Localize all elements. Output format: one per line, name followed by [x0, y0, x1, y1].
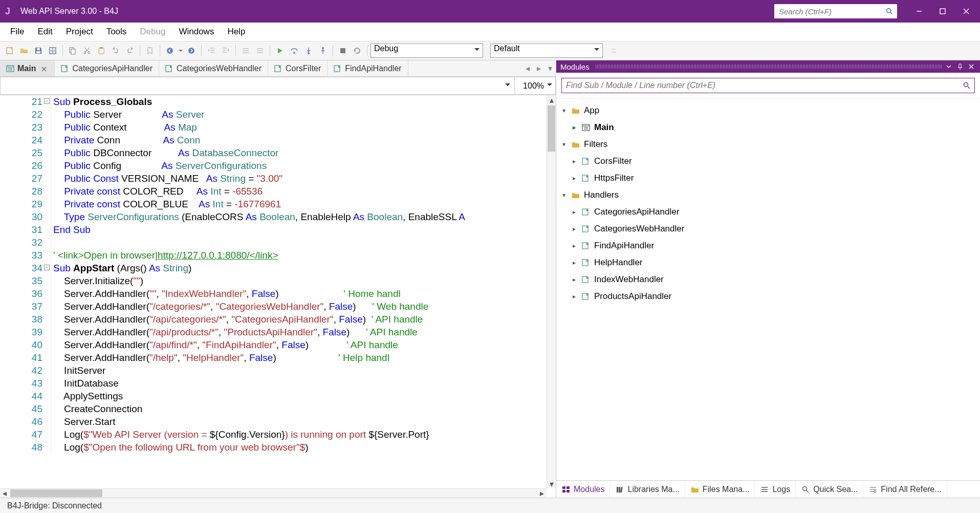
- tree-item-categorieswebhandler[interactable]: CategoriesWebHandler: [556, 220, 980, 237]
- code-line[interactable]: 48 Log($"Open the following URL from you…: [0, 441, 547, 454]
- chevron-right-icon[interactable]: [571, 225, 578, 232]
- tab-corsfilter[interactable]: CorsFilter: [268, 60, 328, 76]
- panel-close-icon[interactable]: [967, 62, 976, 71]
- nav-back-dropdown-icon[interactable]: [178, 44, 184, 57]
- nav-back-icon[interactable]: [163, 44, 177, 57]
- fold-toggle-icon[interactable]: −: [44, 98, 50, 104]
- minimize-button[interactable]: [907, 0, 931, 23]
- tab-categorieswebhandler[interactable]: CategoriesWebHandler: [159, 60, 268, 76]
- menu-tools[interactable]: Tools: [100, 25, 133, 39]
- chevron-right-icon[interactable]: [571, 175, 578, 182]
- indent-icon[interactable]: [219, 44, 232, 57]
- bookmark-icon[interactable]: [143, 44, 157, 57]
- code-line[interactable]: 26 Public Config As ServerConfigurations: [0, 159, 547, 172]
- modules-search-box[interactable]: [561, 78, 975, 93]
- chevron-right-icon[interactable]: [571, 208, 578, 216]
- step-into-icon[interactable]: [302, 44, 315, 57]
- panel-tab-findall[interactable]: Find All Refere...: [863, 481, 947, 498]
- tab-close-icon[interactable]: [41, 65, 48, 72]
- export-icon[interactable]: [46, 44, 59, 57]
- tree-item-httpsfilter[interactable]: HttpsFilter: [556, 169, 980, 186]
- code-editor[interactable]: 21−Sub Process_Globals22 Public Server A…: [0, 95, 556, 498]
- tree-item-filters[interactable]: Filters: [556, 136, 980, 153]
- code-line[interactable]: 28 Private const COLOR_RED As Int = -655…: [0, 185, 547, 198]
- code-line[interactable]: 34−Sub AppStart (Args() As String): [0, 262, 547, 274]
- nav-forward-icon[interactable]: [185, 44, 198, 57]
- code-line[interactable]: 38 Server.AddHandler("/api/categories/*"…: [0, 313, 547, 326]
- member-nav-combo[interactable]: [0, 77, 515, 95]
- tree-item-categoriesapihandler[interactable]: CategoriesApiHandler: [556, 203, 980, 220]
- code-line[interactable]: 30 Type ServerConfigurations (EnableCORS…: [0, 210, 547, 223]
- chevron-right-icon[interactable]: [571, 259, 578, 266]
- build-target-combo[interactable]: Default: [490, 44, 603, 58]
- tree-item-main[interactable]: Main: [556, 119, 980, 136]
- code-line[interactable]: 41 Server.AddHandler("/help", "HelpHandl…: [0, 351, 547, 364]
- panel-tab-modules[interactable]: Modules: [556, 481, 610, 498]
- menu-help[interactable]: Help: [221, 25, 251, 39]
- code-line[interactable]: 22 Public Server As Server: [0, 108, 547, 121]
- code-line[interactable]: 21−Sub Process_Globals: [0, 95, 547, 108]
- chevron-down-icon[interactable]: [560, 191, 568, 199]
- fold-toggle-icon[interactable]: −: [44, 265, 50, 270]
- build-config-combo[interactable]: Debug: [371, 44, 483, 58]
- copy-icon[interactable]: [66, 44, 79, 57]
- zoom-combo[interactable]: 100%: [515, 77, 556, 95]
- code-line[interactable]: 32: [0, 236, 547, 249]
- title-search-box[interactable]: [774, 4, 897, 18]
- comment-icon[interactable]: [239, 44, 252, 57]
- open-project-icon[interactable]: [17, 44, 31, 57]
- chevron-right-icon[interactable]: [571, 124, 578, 131]
- redo-icon[interactable]: [123, 44, 137, 57]
- tree-item-helphandler[interactable]: HelpHandler: [556, 254, 980, 271]
- code-line[interactable]: 37 Server.AddHandler("/categories/*", "C…: [0, 300, 547, 313]
- code-line[interactable]: 27 Public Const VERSION_NAME As String =…: [0, 172, 547, 185]
- menu-project[interactable]: Project: [60, 25, 99, 39]
- code-line[interactable]: 23 Public Context As Map: [0, 121, 547, 134]
- panel-pin-icon[interactable]: [955, 62, 965, 71]
- tree-item-app[interactable]: App: [556, 102, 980, 119]
- modules-search-input[interactable]: [562, 81, 959, 90]
- maximize-button[interactable]: [931, 0, 954, 23]
- code-line[interactable]: 42 InitServer: [0, 364, 547, 377]
- code-line[interactable]: 47 Log($"Web API Server (version = ${Con…: [0, 428, 547, 441]
- code-line[interactable]: 36 Server.AddHandler("", "IndexWebHandle…: [0, 287, 547, 300]
- outdent-icon[interactable]: [205, 44, 218, 57]
- code-line[interactable]: 43 InitDatabase: [0, 377, 547, 390]
- code-line[interactable]: 45 CreateConnection: [0, 402, 547, 415]
- code-line[interactable]: 29 Private const COLOR_BLUE As Int = -16…: [0, 198, 547, 210]
- save-icon[interactable]: [32, 44, 45, 57]
- title-search-button[interactable]: [882, 5, 897, 18]
- code-line[interactable]: 39 Server.AddHandler("/api/products/*", …: [0, 326, 547, 338]
- tree-item-corsfilter[interactable]: CorsFilter: [556, 153, 980, 169]
- tab-findapihandler[interactable]: FindApiHandler: [328, 60, 408, 76]
- stop-icon[interactable]: [336, 44, 350, 57]
- panel-tab-logs[interactable]: Logs: [755, 481, 796, 498]
- code-line[interactable]: 35 Server.Initialize(""): [0, 274, 547, 287]
- run-icon[interactable]: [273, 44, 287, 57]
- menu-file[interactable]: File: [4, 25, 30, 39]
- step-out-icon[interactable]: [316, 44, 330, 57]
- tab-nav-prev-icon[interactable]: ◂: [522, 60, 533, 76]
- toolbar-overflow-icon[interactable]: [607, 44, 620, 57]
- cut-icon[interactable]: [80, 44, 94, 57]
- uncomment-icon[interactable]: [253, 44, 267, 57]
- code-line[interactable]: 31End Sub: [0, 223, 547, 236]
- tab-main[interactable]: Main: [0, 60, 55, 76]
- chevron-right-icon[interactable]: [571, 293, 578, 300]
- new-project-icon[interactable]: [3, 44, 16, 57]
- modules-tree[interactable]: AppMainFiltersCorsFilterHttpsFilterHandl…: [556, 99, 980, 480]
- vertical-scrollbar[interactable]: ▴ ▾: [547, 95, 556, 488]
- code-line[interactable]: 40 Server.AddHandler("/api/find/*", "Fin…: [0, 338, 547, 351]
- chevron-right-icon[interactable]: [571, 158, 578, 165]
- code-line[interactable]: 46 Server.Start: [0, 415, 547, 428]
- tree-item-handlers[interactable]: Handlers: [556, 186, 980, 203]
- tab-nav-list-icon[interactable]: ▾: [545, 60, 556, 76]
- tab-categoriesapihandler[interactable]: CategoriesApiHandler: [55, 60, 159, 76]
- panel-tab-files[interactable]: Files Mana...: [685, 481, 755, 498]
- tab-nav-next-icon[interactable]: ▸: [533, 60, 545, 76]
- panel-dropdown-icon[interactable]: [944, 62, 953, 71]
- menu-windows[interactable]: Windows: [172, 25, 220, 39]
- code-line[interactable]: 25 Public DBConnector As DatabaseConnect…: [0, 146, 547, 159]
- chevron-right-icon[interactable]: [571, 242, 578, 249]
- title-search-input[interactable]: [775, 7, 882, 16]
